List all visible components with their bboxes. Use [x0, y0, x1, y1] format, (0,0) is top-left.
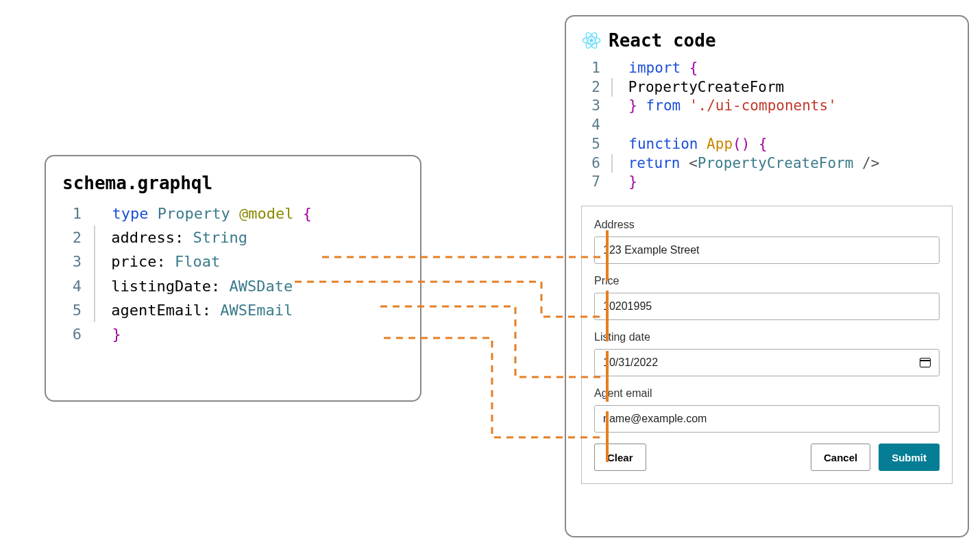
svg-point-0 [589, 38, 593, 42]
line-number: 2 [581, 78, 611, 97]
line-number: 4 [581, 116, 611, 135]
line-number: 1 [62, 202, 94, 226]
address-label: Address [594, 219, 940, 231]
line-number: 1 [581, 59, 611, 78]
agent-email-label: Agent email [594, 387, 940, 400]
schema-panel: schema.graphql 1 type Property @model { … [45, 155, 421, 402]
react-title-row: React code [581, 30, 953, 51]
calendar-icon[interactable] [920, 358, 931, 367]
clear-button[interactable]: Clear [594, 444, 646, 471]
react-icon [581, 31, 602, 50]
price-label: Price [594, 275, 940, 287]
button-row: Clear Cancel Submit [594, 444, 940, 471]
line-number: 3 [581, 97, 611, 116]
line-number: 5 [62, 298, 94, 322]
price-input[interactable]: 10201995 [594, 293, 940, 320]
listing-date-label: Listing date [594, 331, 940, 343]
address-input[interactable]: 123 Example Street [594, 236, 940, 264]
submit-button[interactable]: Submit [879, 444, 940, 471]
schema-code: 1 type Property @model { 2 address: Stri… [62, 202, 404, 346]
react-title: React code [609, 30, 716, 51]
line-number: 6 [581, 154, 611, 173]
agent-email-input[interactable]: name@example.com [594, 405, 940, 433]
cancel-button[interactable]: Cancel [811, 444, 870, 471]
react-code: 1 import { 2 PropertyCreateForm 3 } from… [581, 59, 953, 192]
listing-date-input[interactable]: 10/31/2022 [594, 349, 940, 376]
property-create-form: Address 123 Example Street Price 1020199… [581, 206, 953, 484]
schema-title: schema.graphql [62, 173, 404, 193]
react-panel: React code 1 import { 2 PropertyCreateFo… [565, 15, 969, 537]
line-number: 7 [581, 173, 611, 192]
line-number: 4 [62, 274, 94, 298]
line-number: 5 [581, 135, 611, 154]
line-number: 3 [62, 250, 94, 274]
line-number: 2 [62, 226, 94, 250]
line-number: 6 [62, 322, 94, 346]
